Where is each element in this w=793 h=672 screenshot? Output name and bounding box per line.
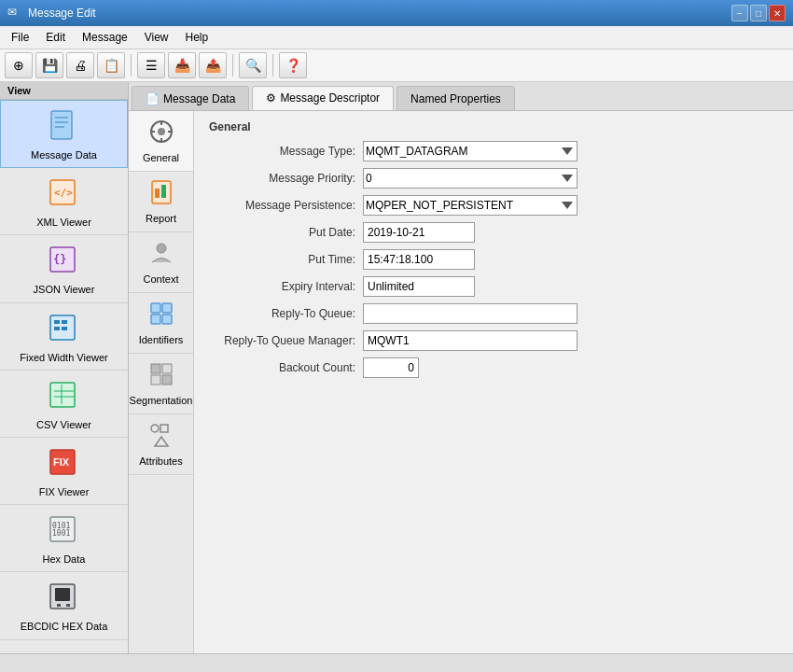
help-button[interactable]: ❓ <box>279 52 307 78</box>
content-area: View Message Data </> <box>0 82 793 653</box>
sidebar-tab-attributes[interactable]: Attributes <box>129 414 193 475</box>
form-row-message-type: Message Type: MQMT_DATAGRAM MQMT_REQUEST… <box>209 141 778 161</box>
align-button[interactable]: ☰ <box>137 52 165 78</box>
nav-item-ebcdic-hex[interactable]: EBCDIC HEX Data <box>0 572 128 639</box>
nav-label-xml-viewer: XML Viewer <box>36 217 91 229</box>
select-message-type[interactable]: MQMT_DATAGRAM MQMT_REQUEST MQMT_REPLY MQ… <box>363 141 577 161</box>
ebcdic-hex-icon <box>48 580 81 618</box>
general-icon <box>148 119 174 150</box>
fixed-width-viewer-icon <box>48 311 81 349</box>
left-panel: View Message Data </> <box>0 82 129 653</box>
search-button[interactable]: 🔍 <box>239 52 267 78</box>
svg-point-27 <box>158 128 165 135</box>
sidebar-tab-context[interactable]: Context <box>129 232 193 293</box>
status-bar <box>0 653 793 672</box>
csv-viewer-icon <box>48 378 81 416</box>
label-put-time: Put Time: <box>209 253 363 266</box>
sidebar-tab-segmentation-label: Segmentation <box>130 395 193 406</box>
report-icon <box>148 179 174 211</box>
menu-view[interactable]: View <box>137 28 176 47</box>
tab-content-area: General Report <box>129 111 793 653</box>
copy-button[interactable]: 📋 <box>97 52 125 78</box>
tab-named-properties-label: Named Properties <box>410 92 501 105</box>
svg-rect-9 <box>54 320 60 324</box>
tab-message-descriptor-icon: ⚙ <box>266 91 276 105</box>
message-data-icon <box>48 108 81 147</box>
form-row-message-persistence: Message Persistence: MQPER_NOT_PERSISTEN… <box>209 195 778 216</box>
minimize-button[interactable]: − <box>731 5 748 21</box>
menu-message[interactable]: Message <box>75 28 135 47</box>
menu-edit[interactable]: Edit <box>38 28 73 47</box>
sidebar-tab-report[interactable]: Report <box>129 172 193 232</box>
svg-rect-23 <box>55 588 70 601</box>
segmentation-icon <box>148 361 174 393</box>
nav-label-csv-viewer: CSV Viewer <box>36 419 91 431</box>
nav-label-message-data: Message Data <box>31 149 97 161</box>
nav-item-fix-viewer[interactable]: FIX FIX Viewer <box>0 438 128 505</box>
right-panel: 📄 Message Data ⚙ Message Descriptor Name… <box>129 82 793 653</box>
xml-viewer-icon: </> <box>48 175 81 214</box>
title-bar: ✉ Message Edit − □ ✕ <box>0 0 793 26</box>
nav-item-fixed-width-viewer[interactable]: Fixed Width Viewer <box>0 303 128 371</box>
nav-item-csv-viewer[interactable]: CSV Viewer <box>0 371 128 438</box>
nav-item-hex-data[interactable]: 0101 1001 Hex Data <box>0 505 128 572</box>
nav-item-message-data[interactable]: Message Data <box>0 100 128 168</box>
tab-message-descriptor[interactable]: ⚙ Message Descriptor <box>252 86 394 110</box>
nav-label-hex-data: Hex Data <box>43 553 86 566</box>
window-icon: ✉ <box>7 6 22 21</box>
form-row-expiry-interval: Expiry Interval: <box>209 276 778 297</box>
save-button[interactable]: 💾 <box>35 52 63 78</box>
sidebar-tab-identifiers[interactable]: Identifiers <box>129 293 193 354</box>
export-button[interactable]: 📤 <box>199 52 227 78</box>
svg-rect-0 <box>51 111 72 139</box>
nav-label-json-viewer: JSON Viewer <box>34 284 95 296</box>
sidebar-tab-identifiers-label: Identifiers <box>139 334 184 345</box>
input-expiry-interval[interactable] <box>363 276 475 297</box>
nav-item-xml-viewer[interactable]: </> XML Viewer <box>0 168 128 235</box>
print-button[interactable]: 🖨 <box>66 52 94 78</box>
sidebar-tab-attributes-label: Attributes <box>139 455 182 467</box>
svg-rect-34 <box>161 185 166 198</box>
select-message-persistence[interactable]: MQPER_NOT_PERSISTENT MQPER_PERSISTENT MQ… <box>363 195 577 216</box>
form-row-backout-count: Backout Count: <box>209 357 778 378</box>
new-button[interactable]: ⊕ <box>5 52 33 78</box>
svg-marker-46 <box>155 437 168 446</box>
form-area: General Message Type: MQMT_DATAGRAM MQMT… <box>194 111 793 653</box>
select-message-priority[interactable]: 0 1 2 <box>363 168 577 189</box>
svg-rect-43 <box>162 375 172 385</box>
tab-named-properties[interactable]: Named Properties <box>396 86 515 110</box>
input-reply-to-queue[interactable] <box>363 303 577 324</box>
fix-viewer-icon: FIX <box>48 445 81 483</box>
sidebar-tab-segmentation[interactable]: Segmentation <box>129 354 193 414</box>
svg-text:{}: {} <box>53 253 66 266</box>
maximize-button[interactable]: □ <box>750 5 767 21</box>
label-message-priority: Message Priority: <box>209 172 363 185</box>
tab-message-descriptor-label: Message Descriptor <box>280 91 380 105</box>
import-button[interactable]: 📥 <box>168 52 196 78</box>
svg-point-44 <box>151 425 159 432</box>
label-reply-to-queue: Reply-To Queue: <box>209 307 363 320</box>
tabs-bar: 📄 Message Data ⚙ Message Descriptor Name… <box>129 82 793 111</box>
close-button[interactable]: ✕ <box>769 5 786 21</box>
svg-rect-41 <box>162 364 172 373</box>
input-reply-to-queue-manager[interactable] <box>363 330 577 351</box>
view-label: View <box>0 82 128 100</box>
json-viewer-icon: {} <box>48 243 81 281</box>
nav-item-json-viewer[interactable]: {} JSON Viewer <box>0 235 128 302</box>
nav-label-fixed-width-viewer: Fixed Width Viewer <box>20 352 108 364</box>
nav-label-ebcdic-hex: EBCDIC HEX Data <box>21 621 108 633</box>
sidebar-tab-general-label: General <box>143 152 179 163</box>
label-put-date: Put Date: <box>209 226 363 239</box>
main-area: View Message Data </> <box>0 82 793 672</box>
menu-help[interactable]: Help <box>178 28 216 47</box>
form-row-reply-to-queue-manager: Reply-To Queue Manager: <box>209 330 778 351</box>
input-put-time[interactable] <box>363 249 475 270</box>
tab-message-data[interactable]: 📄 Message Data <box>132 86 249 110</box>
input-put-date[interactable] <box>363 222 475 243</box>
input-backout-count[interactable] <box>363 357 419 378</box>
menu-bar: File Edit Message View Help <box>0 26 793 49</box>
sidebar-tab-general[interactable]: General <box>129 111 193 172</box>
svg-text:</>: </> <box>54 187 73 199</box>
menu-file[interactable]: File <box>4 28 36 47</box>
window-title: Message Edit <box>28 7 731 20</box>
